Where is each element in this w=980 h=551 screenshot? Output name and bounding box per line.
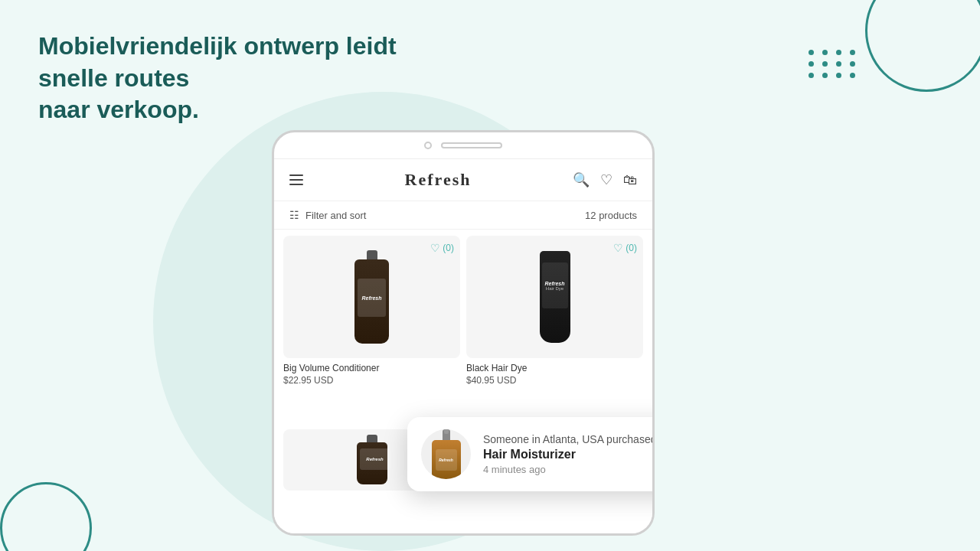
- headline: Mobielvriendelijk ontwerp leidt snelle r…: [38, 31, 421, 126]
- heart-icon-1: ♡: [430, 242, 440, 254]
- tube-shape-1: Refresh Hair Dye: [540, 251, 570, 343]
- tablet-speaker: [441, 142, 502, 148]
- product-price-1: $22.95 USD: [283, 375, 460, 386]
- app-logo: Refresh: [405, 170, 472, 190]
- tube-brand: Refresh: [544, 281, 564, 286]
- product-price-2: $40.95 USD: [466, 375, 643, 386]
- notif-time: 4 minutes ago: [483, 464, 655, 475]
- products-count: 12 products: [585, 210, 637, 221]
- headline-line2: naar verkoop.: [38, 96, 199, 123]
- product-image-2: ♡ (0) Refresh Hair Dye: [466, 236, 643, 358]
- filter-icon: ☷: [289, 209, 299, 221]
- bottle-shape-1: Refresh: [354, 259, 389, 344]
- notif-product-name: Hair Moisturizer: [483, 448, 655, 461]
- bottle-shape-3: Refresh: [357, 442, 387, 484]
- tablet-frame: Refresh 🔍 ♡ 🛍 ☷ Filter and sort 12 produ…: [272, 130, 655, 536]
- tablet-camera: [424, 142, 432, 149]
- bottle-label-1: Refresh: [358, 279, 386, 317]
- product-card-2[interactable]: ♡ (0) Refresh Hair Dye Black Hair Dye $4…: [466, 236, 643, 423]
- notif-product-image: Refresh: [421, 429, 471, 479]
- notif-text: Someone in Atlanta, USA purchased: [483, 433, 655, 445]
- heart-icon-2: ♡: [613, 242, 623, 254]
- notification-popup: Refresh Someone in Atlanta, USA purchase…: [407, 417, 655, 491]
- product-like-2[interactable]: ♡ (0): [613, 242, 637, 254]
- bg-circle-top-right: [865, 0, 980, 92]
- tube-product: Hair Dye: [546, 286, 564, 291]
- bg-circle-bottom-left: [0, 482, 92, 551]
- headline-line1: Mobielvriendelijk ontwerp leidt snelle r…: [38, 32, 397, 92]
- like-count-2: (0): [626, 243, 637, 253]
- product-card-1[interactable]: ♡ (0) Refresh Big Volume Conditioner: [283, 236, 460, 423]
- bottle-label-text-1: Refresh: [361, 295, 381, 301]
- dots-grid: [808, 50, 858, 78]
- app-nav-icons: 🔍 ♡ 🛍: [573, 171, 637, 188]
- search-icon[interactable]: 🔍: [573, 171, 590, 188]
- filter-left[interactable]: ☷ Filter and sort: [289, 209, 366, 221]
- product-image-1: ♡ (0) Refresh: [283, 236, 460, 358]
- like-count-1: (0): [443, 243, 454, 253]
- hamburger-menu[interactable]: [289, 174, 303, 185]
- bag-icon[interactable]: 🛍: [623, 172, 637, 188]
- heart-icon[interactable]: ♡: [600, 171, 612, 188]
- app-nav: Refresh 🔍 ♡ 🛍: [274, 159, 652, 201]
- filter-bar: ☷ Filter and sort 12 products: [274, 201, 652, 230]
- tablet-top-bar: [274, 132, 652, 158]
- product-name-1: Big Volume Conditioner: [283, 363, 460, 373]
- product-name-2: Black Hair Dye: [466, 363, 643, 373]
- notif-content: Someone in Atlanta, USA purchased Hair M…: [483, 433, 655, 475]
- filter-label: Filter and sort: [305, 210, 366, 221]
- tube-label-area: Refresh Hair Dye: [542, 262, 568, 308]
- product-like-1[interactable]: ♡ (0): [430, 242, 454, 254]
